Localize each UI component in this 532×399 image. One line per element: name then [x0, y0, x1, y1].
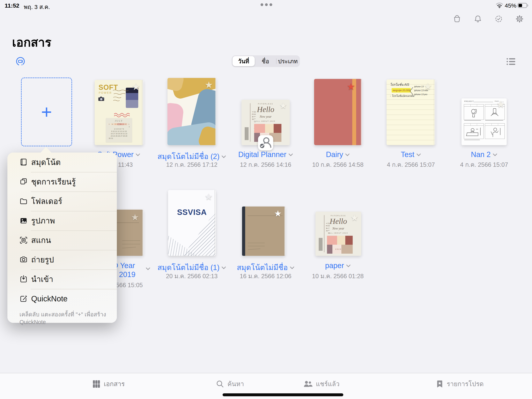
cover-swatches	[327, 236, 354, 254]
doc-date: 10 ม.ค. 2566 01:28	[303, 271, 373, 281]
document-dairy[interactable]: ★	[314, 79, 362, 145]
cover-header: PROJECT	[464, 100, 474, 102]
menu-item-image[interactable]: รูปภาพ	[7, 211, 117, 231]
wifi-icon	[496, 2, 503, 8]
favorite-star-icon[interactable]: ★	[132, 82, 140, 91]
scan-icon	[19, 236, 28, 245]
settings-gear-icon[interactable]	[515, 14, 524, 23]
cover-line	[248, 243, 265, 243]
doc-date: 16 ม.ค. 2566 12:06	[231, 271, 301, 281]
menu-item-import[interactable]: นำเข้า	[7, 270, 117, 289]
cover-brand: SSVISA	[168, 208, 216, 217]
tab-documents[interactable]: เอกสาร	[92, 379, 125, 389]
sort-tab-name[interactable]: ชื่อ	[255, 56, 276, 66]
document-untitled[interactable]: ★	[242, 206, 285, 256]
favorite-star-icon[interactable]: ★	[496, 100, 505, 109]
sort-tab-type[interactable]: ประเภท	[277, 56, 299, 66]
favorites-bookmark-icon	[436, 380, 443, 388]
doc-title[interactable]: paper	[303, 261, 373, 270]
cover-barcode	[245, 127, 248, 140]
doc-title[interactable]: Nan 2	[449, 150, 519, 159]
import-icon	[19, 275, 28, 284]
caption-line	[464, 120, 481, 121]
favorite-star-icon[interactable]: ★	[205, 192, 213, 201]
doc-date: 4 ก.ค. 2566 15:07	[376, 160, 446, 169]
battery-icon	[518, 3, 528, 8]
menu-item-learning-set[interactable]: ชุดการเรียนรู้	[7, 172, 117, 192]
menu-item-notebook[interactable]: สมุดโน้ต	[7, 153, 117, 172]
cover-caption: ALL ABOUT 2023	[241, 120, 290, 122]
status-date: พฤ. 3 ส.ค.	[24, 2, 50, 12]
notifications-bell-icon[interactable]	[473, 14, 482, 23]
doc-date: 4 ก.ค. 2566 15:07	[449, 160, 519, 169]
popup-arrow	[40, 147, 52, 153]
battery-percent: 45%	[505, 2, 516, 9]
storyboard-panel	[485, 123, 505, 139]
doc-date: 20 ม.ค. 2566 02:13	[157, 271, 227, 281]
cover-line	[474, 102, 493, 102]
storyboard-panel	[464, 123, 484, 139]
cover-line	[122, 240, 140, 241]
new-document-tile[interactable]: +	[21, 77, 72, 146]
notebook-icon	[19, 158, 28, 167]
favorite-star-icon[interactable]: ★	[347, 82, 355, 91]
menu-tip: เคล็ดลับ แตะสองครั้งที่ "+" เพื่อสร้าง Q…	[19, 310, 117, 325]
home-indicator[interactable]	[222, 393, 343, 396]
favorite-star-icon[interactable]: ★	[131, 213, 139, 222]
menu-item-quicknote[interactable]: QuickNote	[7, 289, 117, 309]
document-paper[interactable]: HELLO NEW YEAR PATERLESS Hello New year …	[316, 212, 361, 256]
favorite-star-icon[interactable]: ★	[279, 101, 287, 110]
image-icon	[19, 216, 28, 225]
tab-shared[interactable]: แชร์แล้ว	[303, 379, 339, 389]
cover-barcode	[319, 238, 323, 251]
favorite-star-icon[interactable]: ★	[274, 209, 282, 218]
search-icon	[216, 380, 224, 388]
caption-line	[485, 120, 503, 121]
document-digital-planner[interactable]: HELLO NEW YEAR PATERLESS Hello New year …	[241, 100, 290, 145]
tab-favorites[interactable]: รายการโปรด	[436, 379, 484, 389]
wave-doodle	[114, 113, 133, 118]
camera-doodle	[98, 96, 105, 101]
document-untitled-2[interactable]: ★	[167, 78, 216, 145]
doc-title[interactable]: Dairy	[303, 150, 373, 159]
cover-line	[248, 249, 260, 250]
doc-date: 12 ก.ค. 2566 17:12	[157, 160, 227, 169]
chevron-down-icon[interactable]	[146, 267, 150, 270]
document-untitled-1[interactable]: SSVISA ★	[168, 190, 216, 256]
new-document-menu: สมุดโน้ต ชุดการเรียนรู้ โฟลเดอร์ รูปภา	[7, 153, 117, 323]
sort-segmented-control: วันที่ ชื่อ ประเภท	[232, 55, 300, 67]
menu-item-take-photo[interactable]: ถ่ายรูป	[7, 250, 117, 270]
quicknote-icon	[19, 294, 28, 303]
favorite-star-icon[interactable]: ★	[350, 213, 359, 222]
sync-status-icon[interactable]	[494, 14, 503, 23]
cover-word: POWER	[99, 91, 112, 94]
sort-tab-date[interactable]: วันที่	[233, 56, 255, 66]
cover-line	[248, 246, 265, 246]
select-documents-icon[interactable]	[16, 57, 25, 66]
caption-line	[464, 140, 480, 140]
favorite-star-icon[interactable]: ★	[424, 82, 432, 91]
list-view-icon[interactable]	[506, 57, 517, 66]
menu-item-folder[interactable]: โฟลเดอร์	[7, 192, 117, 211]
multitask-dots-icon[interactable]	[260, 3, 272, 6]
doc-title[interactable]: Test	[376, 150, 446, 159]
document-nan-2[interactable]: PROJECT PAGE ★	[462, 98, 507, 145]
document-soft-power[interactable]: SOFT POWER JULY S M T	[95, 80, 143, 145]
shop-bag-icon[interactable]	[453, 14, 462, 23]
doc-date: 10 ก.ค. 2566 14:58	[303, 160, 373, 169]
favorite-star-icon[interactable]: ★	[205, 80, 213, 90]
doc-title[interactable]: Digital Planner	[231, 150, 301, 159]
cover-line	[122, 247, 136, 248]
cover-subtitle: New year	[316, 227, 361, 230]
cover-note-line: โปรโมชั่น AIS	[390, 82, 409, 87]
people-icon	[303, 380, 313, 388]
document-test[interactable]: โปรโมชั่น AIS ลดสูงสุด 20,000 - โปรโมชั่…	[386, 79, 435, 145]
menu-item-scan[interactable]: สแกน	[7, 231, 117, 250]
cover-note-line: iphone 13	[414, 85, 424, 88]
tab-search[interactable]: ค้นหา	[216, 379, 244, 389]
grid-icon	[92, 380, 101, 388]
shared-badge	[258, 135, 273, 150]
cover-year: 2023	[335, 248, 342, 250]
cover-spine	[242, 206, 245, 256]
doc-date: 12 ก.ค. 2566 14:16	[231, 160, 301, 169]
